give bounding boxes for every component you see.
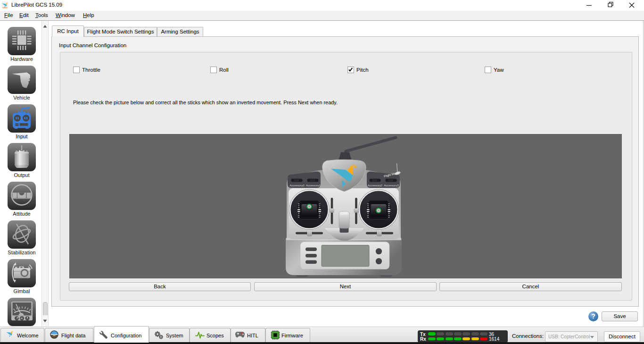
svg-text:Accessory1: Accessory1 [306,184,321,187]
svg-text:Accessory0: Accessory0 [289,184,305,187]
svg-text:Accessory2: Accessory2 [368,184,383,187]
svg-text:Accessory3: Accessory3 [384,184,399,187]
